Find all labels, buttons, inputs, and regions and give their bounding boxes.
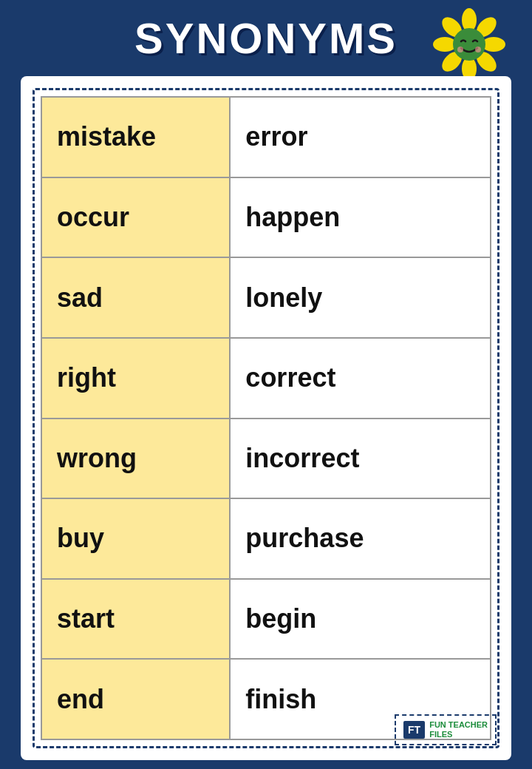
table-row: occurhappen: [41, 177, 491, 258]
table-row: buypurchase: [41, 498, 491, 579]
word-cell: buy: [41, 498, 230, 579]
synonym-cell: correct: [230, 338, 491, 419]
word-cell: end: [41, 659, 230, 739]
page-title: SYNONYMS: [134, 13, 398, 63]
main-card: mistakeerroroccurhappensadlonelyrightcor…: [21, 76, 511, 760]
table-row: sadlonely: [41, 257, 491, 338]
dashed-border: mistakeerroroccurhappensadlonelyrightcor…: [33, 88, 499, 748]
logo-ft: FT: [403, 721, 425, 739]
logo-line1: FUN TEACHER: [429, 720, 488, 730]
synonym-cell: purchase: [230, 498, 491, 579]
word-cell: occur: [41, 177, 230, 258]
word-cell: sad: [41, 257, 230, 338]
table-row: startbegin: [41, 579, 491, 660]
flower-decoration: [429, 4, 510, 85]
synonym-cell: lonely: [230, 257, 491, 338]
header: SYNONYMS: [0, 0, 532, 70]
table-row: rightcorrect: [41, 338, 491, 419]
synonym-cell: happen: [230, 177, 491, 258]
word-cell: start: [41, 579, 230, 660]
svg-point-9: [457, 47, 463, 52]
table-row: wrongincorrect: [41, 419, 491, 499]
word-cell: wrong: [41, 419, 230, 499]
table-row: mistakeerror: [41, 97, 491, 177]
svg-point-10: [475, 47, 481, 52]
synonym-cell: begin: [230, 579, 491, 660]
logo-text: FUN TEACHER FILES: [429, 720, 488, 739]
synonym-cell: incorrect: [230, 419, 491, 499]
word-cell: right: [41, 338, 230, 419]
svg-point-8: [453, 28, 485, 61]
logo-line2: FILES: [429, 730, 488, 739]
synonyms-table: mistakeerroroccurhappensadlonelyrightcor…: [41, 96, 491, 740]
logo-badge: FT FUN TEACHER FILES: [395, 714, 497, 745]
word-cell: mistake: [41, 97, 230, 177]
synonym-cell: error: [230, 97, 491, 177]
